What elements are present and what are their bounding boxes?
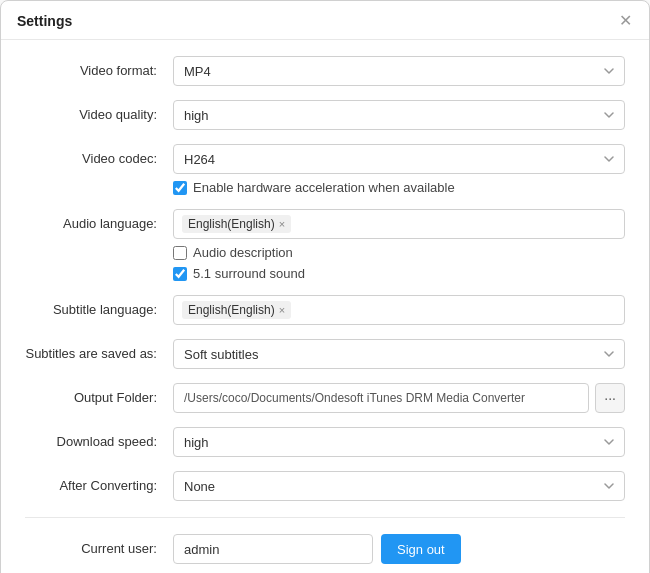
video-format-control: MP4 MOV MKV AVI: [173, 56, 625, 86]
video-format-row: Video format: MP4 MOV MKV AVI: [25, 56, 625, 86]
audio-language-tag-close[interactable]: ×: [279, 219, 285, 230]
download-speed-label: Download speed:: [25, 427, 173, 449]
output-folder-wrap: ···: [173, 383, 625, 413]
output-folder-input[interactable]: [173, 383, 589, 413]
download-speed-row: Download speed: high medium low: [25, 427, 625, 457]
hw-acceleration-row: Enable hardware acceleration when availa…: [173, 180, 625, 195]
video-codec-control: H264 H265 VP9 Enable hardware accelerati…: [173, 144, 625, 195]
video-codec-select[interactable]: H264 H265 VP9: [173, 144, 625, 174]
surround-sound-row: 5.1 surround sound: [173, 266, 625, 281]
subtitles-saved-label: Subtitles are saved as:: [25, 339, 173, 361]
audio-language-tag-input[interactable]: English(English) ×: [173, 209, 625, 239]
surround-sound-label: 5.1 surround sound: [193, 266, 305, 281]
after-converting-select[interactable]: None Open folder Shutdown: [173, 471, 625, 501]
current-user-control: Sign out: [173, 534, 625, 564]
video-codec-row: Video codec: H264 H265 VP9 Enable hardwa…: [25, 144, 625, 195]
after-converting-control: None Open folder Shutdown: [173, 471, 625, 501]
output-folder-label: Output Folder:: [25, 383, 173, 405]
audio-language-tag-text: English(English): [188, 217, 275, 231]
video-quality-select[interactable]: high medium low: [173, 100, 625, 130]
sign-out-button[interactable]: Sign out: [381, 534, 461, 564]
video-quality-control: high medium low: [173, 100, 625, 130]
after-converting-label: After Converting:: [25, 471, 173, 493]
hw-acceleration-label: Enable hardware acceleration when availa…: [193, 180, 455, 195]
download-speed-select[interactable]: high medium low: [173, 427, 625, 457]
subtitle-language-control: English(English) ×: [173, 295, 625, 325]
settings-content: Video format: MP4 MOV MKV AVI Video qual…: [1, 40, 649, 573]
audio-language-control: English(English) × Audio description 5.1…: [173, 209, 625, 281]
output-folder-browse-button[interactable]: ···: [595, 383, 625, 413]
video-quality-row: Video quality: high medium low: [25, 100, 625, 130]
audio-language-label: Audio language:: [25, 209, 173, 231]
video-quality-label: Video quality:: [25, 100, 173, 122]
video-codec-label: Video codec:: [25, 144, 173, 166]
hw-acceleration-checkbox[interactable]: [173, 181, 187, 195]
title-bar: Settings ✕: [1, 1, 649, 40]
audio-description-label: Audio description: [193, 245, 293, 260]
output-folder-control: ···: [173, 383, 625, 413]
video-format-label: Video format:: [25, 56, 173, 78]
current-user-wrap: Sign out: [173, 534, 625, 564]
subtitle-language-label: Subtitle language:: [25, 295, 173, 317]
surround-sound-checkbox[interactable]: [173, 267, 187, 281]
close-button[interactable]: ✕: [617, 13, 633, 29]
download-speed-control: high medium low: [173, 427, 625, 457]
section-divider: [25, 517, 625, 518]
subtitles-saved-select[interactable]: Soft subtitles Hard subtitles None: [173, 339, 625, 369]
output-folder-row: Output Folder: ···: [25, 383, 625, 413]
subtitle-language-row: Subtitle language: English(English) ×: [25, 295, 625, 325]
subtitle-language-tag-text: English(English): [188, 303, 275, 317]
subtitle-language-tag: English(English) ×: [182, 301, 291, 319]
audio-description-checkbox[interactable]: [173, 246, 187, 260]
settings-window: Settings ✕ Video format: MP4 MOV MKV AVI…: [0, 0, 650, 573]
audio-language-tag: English(English) ×: [182, 215, 291, 233]
current-user-input[interactable]: [173, 534, 373, 564]
window-title: Settings: [17, 13, 72, 29]
current-user-label: Current user:: [25, 534, 173, 556]
current-user-row: Current user: Sign out: [25, 534, 625, 564]
subtitle-language-tag-input[interactable]: English(English) ×: [173, 295, 625, 325]
video-format-select[interactable]: MP4 MOV MKV AVI: [173, 56, 625, 86]
subtitles-saved-row: Subtitles are saved as: Soft subtitles H…: [25, 339, 625, 369]
subtitles-saved-control: Soft subtitles Hard subtitles None: [173, 339, 625, 369]
subtitle-language-tag-close[interactable]: ×: [279, 305, 285, 316]
audio-language-row: Audio language: English(English) × Audio…: [25, 209, 625, 281]
audio-description-row: Audio description: [173, 245, 625, 260]
after-converting-row: After Converting: None Open folder Shutd…: [25, 471, 625, 501]
